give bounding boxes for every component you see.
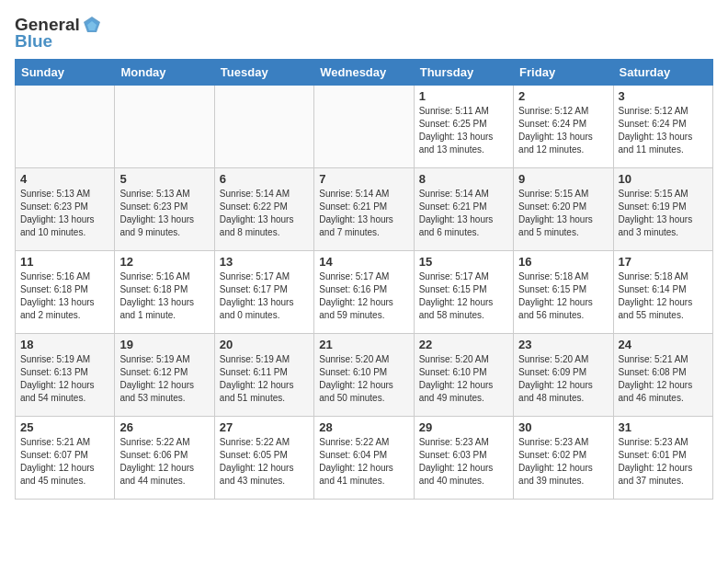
day-cell: 28Sunrise: 5:22 AMSunset: 6:04 PMDayligh… [314,417,414,500]
cell-content: Sunrise: 5:15 AMSunset: 6:19 PMDaylight:… [619,189,693,237]
day-number: 4 [20,172,109,186]
day-cell: 24Sunrise: 5:21 AMSunset: 6:08 PMDayligh… [613,334,712,417]
header-cell-saturday: Saturday [613,60,712,86]
day-number: 22 [419,338,508,351]
header-cell-wednesday: Wednesday [314,60,414,86]
week-row-1: 1Sunrise: 5:11 AMSunset: 6:25 PMDaylight… [16,86,713,168]
day-cell [16,86,115,168]
calendar-table: SundayMondayTuesdayWednesdayThursdayFrid… [15,59,713,500]
day-cell: 2Sunrise: 5:12 AMSunset: 6:24 PMDaylight… [514,86,613,168]
day-number: 5 [119,172,209,186]
day-number: 6 [220,172,309,186]
week-row-5: 25Sunrise: 5:21 AMSunset: 6:07 PMDayligh… [16,417,713,500]
day-number: 19 [119,338,209,351]
cell-content: Sunrise: 5:20 AMSunset: 6:10 PMDaylight:… [419,354,494,403]
cell-content: Sunrise: 5:22 AMSunset: 6:06 PMDaylight:… [119,437,194,486]
logo-blue: Blue [15,31,52,52]
cell-content: Sunrise: 5:11 AMSunset: 6:25 PMDaylight:… [419,106,494,155]
header-cell-thursday: Thursday [414,60,513,86]
day-number: 8 [419,172,508,186]
cell-content: Sunrise: 5:17 AMSunset: 6:16 PMDaylight:… [319,271,393,320]
cell-content: Sunrise: 5:21 AMSunset: 6:08 PMDaylight:… [619,354,693,403]
cell-content: Sunrise: 5:20 AMSunset: 6:10 PMDaylight:… [319,354,393,403]
day-cell: 17Sunrise: 5:18 AMSunset: 6:14 PMDayligh… [613,251,712,334]
cell-content: Sunrise: 5:16 AMSunset: 6:18 PMDaylight:… [20,271,95,320]
day-cell [115,86,214,168]
day-number: 7 [319,172,408,186]
day-number: 23 [518,338,608,351]
cell-content: Sunrise: 5:14 AMSunset: 6:21 PMDaylight:… [419,189,494,237]
day-number: 11 [20,255,109,269]
day-cell: 22Sunrise: 5:20 AMSunset: 6:10 PMDayligh… [414,334,513,417]
logo: General Blue [15,15,104,52]
day-cell: 4Sunrise: 5:13 AMSunset: 6:23 PMDaylight… [16,168,115,251]
header-cell-tuesday: Tuesday [214,60,313,86]
day-cell: 21Sunrise: 5:20 AMSunset: 6:10 PMDayligh… [314,334,414,417]
cell-content: Sunrise: 5:19 AMSunset: 6:12 PMDaylight:… [119,354,194,403]
cell-content: Sunrise: 5:17 AMSunset: 6:15 PMDaylight:… [419,271,494,320]
cell-content: Sunrise: 5:18 AMSunset: 6:14 PMDaylight:… [619,271,693,320]
day-cell: 3Sunrise: 5:12 AMSunset: 6:24 PMDaylight… [613,86,712,168]
cell-content: Sunrise: 5:23 AMSunset: 6:01 PMDaylight:… [619,437,693,486]
day-cell: 6Sunrise: 5:14 AMSunset: 6:22 PMDaylight… [214,168,313,251]
day-number: 25 [20,420,109,434]
cell-content: Sunrise: 5:14 AMSunset: 6:22 PMDaylight:… [220,189,294,237]
day-cell: 29Sunrise: 5:23 AMSunset: 6:03 PMDayligh… [414,417,513,500]
day-cell: 31Sunrise: 5:23 AMSunset: 6:01 PMDayligh… [613,417,712,500]
cell-content: Sunrise: 5:15 AMSunset: 6:20 PMDaylight:… [518,189,593,237]
cell-content: Sunrise: 5:13 AMSunset: 6:23 PMDaylight:… [20,189,95,237]
header-cell-monday: Monday [115,60,214,86]
cell-content: Sunrise: 5:19 AMSunset: 6:13 PMDaylight:… [20,354,95,403]
day-cell: 27Sunrise: 5:22 AMSunset: 6:05 PMDayligh… [214,417,313,500]
day-cell [314,86,414,168]
day-number: 30 [518,420,608,434]
day-number: 21 [319,338,408,351]
day-cell: 26Sunrise: 5:22 AMSunset: 6:06 PMDayligh… [115,417,214,500]
day-cell: 16Sunrise: 5:18 AMSunset: 6:15 PMDayligh… [514,251,613,334]
day-number: 29 [419,420,508,434]
day-cell: 25Sunrise: 5:21 AMSunset: 6:07 PMDayligh… [16,417,115,500]
day-cell: 14Sunrise: 5:17 AMSunset: 6:16 PMDayligh… [314,251,414,334]
day-cell: 9Sunrise: 5:15 AMSunset: 6:20 PMDaylight… [514,168,613,251]
cell-content: Sunrise: 5:12 AMSunset: 6:24 PMDaylight:… [619,106,693,155]
day-number: 24 [619,338,708,351]
day-number: 15 [419,255,508,269]
day-cell: 11Sunrise: 5:16 AMSunset: 6:18 PMDayligh… [16,251,115,334]
day-cell: 15Sunrise: 5:17 AMSunset: 6:15 PMDayligh… [414,251,513,334]
cell-content: Sunrise: 5:16 AMSunset: 6:18 PMDaylight:… [119,271,194,320]
day-cell: 1Sunrise: 5:11 AMSunset: 6:25 PMDaylight… [414,86,513,168]
day-cell: 18Sunrise: 5:19 AMSunset: 6:13 PMDayligh… [16,334,115,417]
week-row-2: 4Sunrise: 5:13 AMSunset: 6:23 PMDaylight… [16,168,713,251]
day-number: 31 [619,420,708,434]
header: General Blue [15,15,713,52]
day-number: 10 [619,172,708,186]
header-cell-sunday: Sunday [16,60,115,86]
day-number: 16 [518,255,608,269]
day-cell: 19Sunrise: 5:19 AMSunset: 6:12 PMDayligh… [115,334,214,417]
day-number: 3 [619,89,708,103]
day-number: 26 [119,420,209,434]
cell-content: Sunrise: 5:23 AMSunset: 6:02 PMDaylight:… [518,437,593,486]
day-number: 20 [220,338,309,351]
cell-content: Sunrise: 5:19 AMSunset: 6:11 PMDaylight:… [220,354,294,403]
day-cell: 20Sunrise: 5:19 AMSunset: 6:11 PMDayligh… [214,334,313,417]
day-number: 14 [319,255,408,269]
day-cell: 5Sunrise: 5:13 AMSunset: 6:23 PMDaylight… [115,168,214,251]
cell-content: Sunrise: 5:13 AMSunset: 6:23 PMDaylight:… [119,189,194,237]
day-number: 18 [20,338,109,351]
day-cell: 8Sunrise: 5:14 AMSunset: 6:21 PMDaylight… [414,168,513,251]
day-number: 1 [419,89,508,103]
cell-content: Sunrise: 5:22 AMSunset: 6:05 PMDaylight:… [220,437,294,486]
cell-content: Sunrise: 5:22 AMSunset: 6:04 PMDaylight:… [319,437,393,486]
day-cell: 12Sunrise: 5:16 AMSunset: 6:18 PMDayligh… [115,251,214,334]
header-row: SundayMondayTuesdayWednesdayThursdayFrid… [16,60,713,86]
cell-content: Sunrise: 5:12 AMSunset: 6:24 PMDaylight:… [518,106,593,155]
week-row-3: 11Sunrise: 5:16 AMSunset: 6:18 PMDayligh… [16,251,713,334]
day-number: 12 [119,255,209,269]
day-number: 28 [319,420,408,434]
week-row-4: 18Sunrise: 5:19 AMSunset: 6:13 PMDayligh… [16,334,713,417]
day-cell: 30Sunrise: 5:23 AMSunset: 6:02 PMDayligh… [514,417,613,500]
day-cell: 23Sunrise: 5:20 AMSunset: 6:09 PMDayligh… [514,334,613,417]
cell-content: Sunrise: 5:14 AMSunset: 6:21 PMDaylight:… [319,189,393,237]
day-number: 9 [518,172,608,186]
